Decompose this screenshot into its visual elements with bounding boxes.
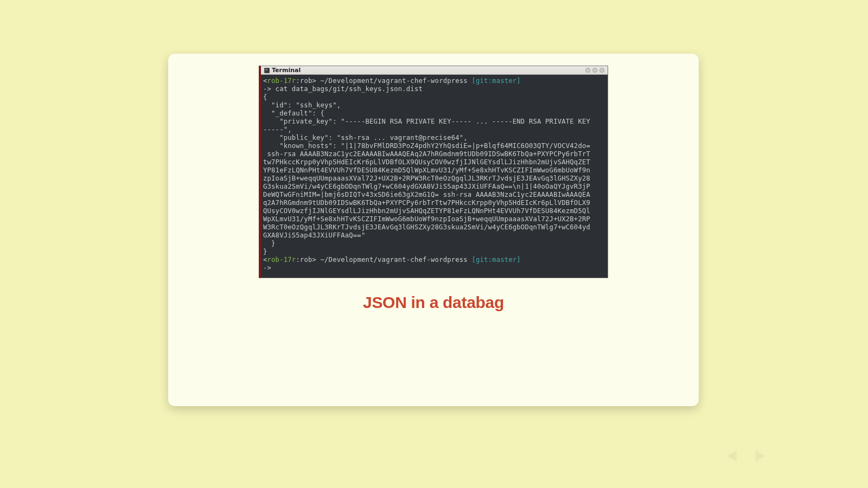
prompt-git-branch: [git:master] — [471, 77, 520, 85]
output-line: q2A7hRGmdnm9tUDb09IDSwBK6TbQa+PXYPCPy6rb… — [263, 199, 590, 207]
terminal-body[interactable]: <rob-17r:rob> ~/Development/vagrant-chef… — [261, 75, 608, 278]
output-line: "public_key": "ssh-rsa ... vagrant@preci… — [263, 134, 468, 142]
prev-slide-button[interactable] — [727, 450, 737, 462]
window-controls — [585, 68, 604, 73]
output-line: "known_hosts": "|1|78bvFMlDRD3PoZ4pdhY2Y… — [263, 142, 590, 150]
output-line: tw7PHkccKrpp0yVhp5HdEIcKr6pLlVDBfOLX9QUs… — [263, 158, 590, 166]
output-line: } — [263, 248, 267, 255]
window-maximize-button[interactable] — [592, 68, 597, 73]
output-line: W3RcT0eOzQgqlJL3RKrTJvdsjE3JEAvGq3lGHSZX… — [263, 223, 590, 231]
output-line: } — [263, 240, 276, 247]
prompt-line: <rob-17r:rob> ~/Development/vagrant-chef… — [263, 77, 521, 85]
output-line: ssh-rsa AAAAB3NzaC1yc2EAAAABIwAAAQEAq2A7… — [263, 150, 590, 158]
output-line: "id": "ssh_keys", — [263, 101, 341, 109]
titlebar-left: Terminal — [264, 67, 301, 74]
window-title: Terminal — [272, 67, 301, 74]
command-line: -> cat data_bags/git/ssh_keys.json.dist — [263, 85, 423, 93]
output-line: QUsyCOV0wzfjIJNlGEYsdlLJizHhbn2mUjvSAHQq… — [263, 207, 590, 215]
window-close-button[interactable] — [599, 68, 604, 73]
slide-card: Terminal <rob-17r:rob> ~/Development/vag… — [168, 54, 699, 406]
prompt-line: <rob-17r:rob> ~/Development/vagrant-chef… — [263, 256, 521, 264]
prompt-path: ~/Development/vagrant-chef-wordpress — [321, 256, 472, 264]
output-line: DeWQTwGFniMIM=|bmj6sDIQTv43xSD6ie63gX2mG… — [263, 191, 590, 198]
output-line: { — [263, 93, 267, 101]
slide-nav — [727, 450, 765, 462]
output-line: WpXLmvU31/yMf+Se8xhHTvKSCZIFImWwoG6mbUoW… — [263, 215, 590, 223]
output-line: -----", — [263, 126, 292, 133]
terminal-titlebar[interactable]: Terminal — [261, 66, 608, 75]
output-line: "_default": { — [263, 110, 324, 117]
terminal-icon — [264, 68, 270, 73]
output-line: G3skua2SmVi/w4yCE6gbODqnTWlg7+wC604ydGXA… — [263, 183, 590, 190]
prompt-git-branch: [git:master] — [471, 256, 520, 264]
terminal-window: Terminal <rob-17r:rob> ~/Development/vag… — [259, 66, 608, 278]
next-slide-button[interactable] — [755, 450, 765, 462]
prompt-path: ~/Development/vagrant-chef-wordpress — [321, 77, 472, 85]
prompt-user: rob-17r — [267, 77, 296, 85]
output-line: YP81eFzLQNnPHt4EVVUh7VfDESU84KezmD5QlWpX… — [263, 166, 590, 174]
window-minimize-button[interactable] — [585, 68, 590, 73]
output-line: zpIoaSjB+weqqUUmpaaasXVal72J+UX2B+2RPW3R… — [263, 175, 590, 182]
slide-caption: JSON in a databag — [168, 293, 699, 312]
prompt-user: rob-17r — [267, 256, 296, 264]
output-line: GXA8VJiS5ap43JXiUFFAaQ==" — [263, 232, 365, 239]
cursor-line: -> — [263, 264, 276, 272]
output-line: "private_key": "-----BEGIN RSA PRIVATE K… — [263, 118, 590, 125]
